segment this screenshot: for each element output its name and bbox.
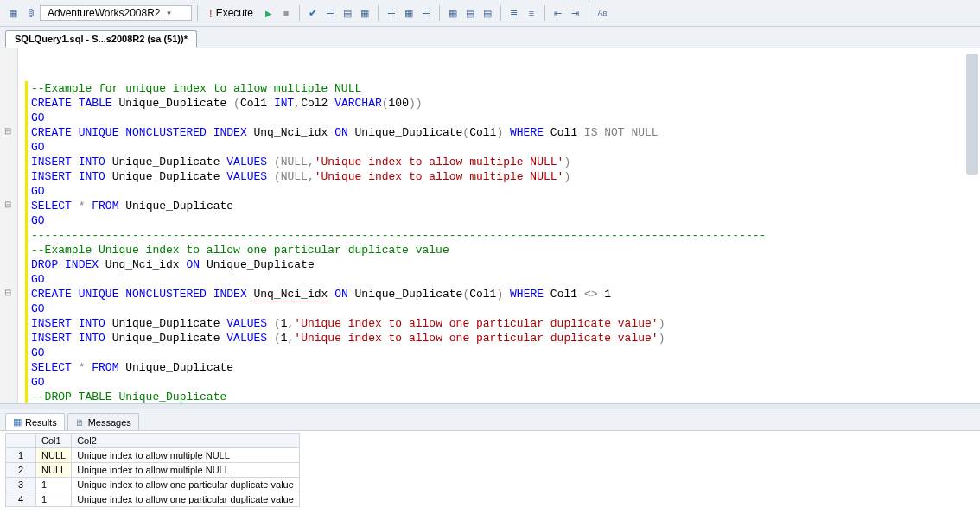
comment-icon[interactable]: ▤	[480, 5, 495, 21]
intellisense-icon[interactable]: ▦	[357, 5, 372, 21]
messages-tab-label: Messages	[88, 417, 131, 428]
outline-toggle[interactable]: ⊟	[3, 199, 13, 209]
sql-editor: ⊟⊟⊟ --Example for unique index to allow …	[0, 48, 980, 403]
code-area[interactable]: --Example for unique index to allow mult…	[18, 48, 980, 403]
cell-col1[interactable]: NULL	[36, 448, 72, 463]
client-stats-icon[interactable]: ▦	[401, 5, 417, 21]
execute-pin-icon: !	[209, 7, 213, 20]
uncomment-icon[interactable]: ≣	[506, 5, 522, 21]
table-row[interactable]: 41Unique index to allow one particular d…	[6, 492, 300, 507]
execute-button[interactable]: ! Execute	[203, 5, 259, 22]
main-toolbar: ▦ 🛢 AdventureWorks2008R2 ▼ ! Execute ▶ ■…	[0, 0, 980, 27]
database-selector[interactable]: AdventureWorks2008R2 ▼	[40, 5, 192, 21]
include-plan-icon[interactable]: ☵	[384, 5, 399, 21]
document-tab[interactable]: SQLQuery1.sql - S...s2008R2 (sa (51))*	[5, 30, 197, 48]
column-header[interactable]: Col1	[36, 434, 72, 448]
results-grid-icon[interactable]: ▦	[445, 5, 461, 21]
column-header[interactable]: Col2	[72, 434, 300, 448]
stop-icon[interactable]: ■	[278, 5, 294, 21]
row-number: 2	[6, 463, 36, 478]
results-tab[interactable]: ▦ Results	[5, 413, 65, 430]
document-tab-strip: SQLQuery1.sql - S...s2008R2 (sa (51))*	[0, 27, 980, 48]
code-content: --Example for unique index to allow mult…	[25, 81, 980, 403]
results-tab-strip: ▦ Results 🗎 Messages	[0, 409, 980, 431]
results-file-icon[interactable]: ▤	[462, 5, 478, 21]
table-row[interactable]: 31Unique index to allow one particular d…	[6, 478, 300, 492]
results-grid[interactable]: Col1Col21NULLUnique index to allow multi…	[5, 433, 300, 507]
chevron-down-icon: ▼	[166, 10, 173, 17]
row-number: 3	[6, 478, 36, 492]
grid-icon: ▦	[13, 416, 22, 428]
outline-toggle[interactable]: ⊟	[3, 287, 13, 297]
column-header[interactable]	[6, 434, 36, 448]
cell-col1[interactable]: NULL	[36, 463, 72, 478]
document-tab-title: SQLQuery1.sql - S...s2008R2 (sa (51))*	[15, 34, 188, 44]
cell-col2[interactable]: Unique index to allow multiple NULL	[72, 448, 300, 463]
parse-icon[interactable]: ✔	[305, 5, 321, 21]
table-row[interactable]: 1NULLUnique index to allow multiple NULL	[6, 448, 300, 463]
query-options-icon[interactable]: ▤	[340, 5, 355, 21]
cell-col2[interactable]: Unique index to allow one particular dup…	[72, 492, 300, 507]
increase-indent-icon[interactable]: ⇥	[568, 5, 583, 21]
cell-col1[interactable]: 1	[36, 478, 72, 492]
table-row[interactable]: 2NULLUnique index to allow multiple NULL	[6, 463, 300, 478]
cell-col2[interactable]: Unique index to allow one particular dup…	[72, 478, 300, 492]
change-connection-icon[interactable]: 🛢	[22, 5, 38, 21]
cell-col2[interactable]: Unique index to allow multiple NULL	[72, 463, 300, 478]
outline-toggle[interactable]: ⊟	[3, 125, 13, 136]
decrease-indent-icon[interactable]: ⇤	[550, 5, 566, 21]
database-name: AdventureWorks2008R2	[48, 7, 161, 19]
messages-icon: 🗎	[75, 417, 85, 428]
outline-gutter: ⊟⊟⊟	[0, 48, 18, 403]
messages-tab[interactable]: 🗎 Messages	[67, 413, 139, 430]
execute-label: Execute	[216, 7, 253, 19]
cell-col1[interactable]: 1	[36, 492, 72, 507]
toolbar-icon[interactable]: ▦	[5, 5, 21, 21]
estimated-plan-icon[interactable]: ☰	[322, 5, 338, 21]
results-splitter[interactable]	[0, 403, 980, 409]
debug-icon[interactable]: ▶	[261, 5, 277, 21]
indent-icon[interactable]: ≡	[524, 5, 539, 21]
results-tab-label: Results	[25, 417, 57, 428]
results-pane: ▦ Results 🗎 Messages Col1Col21NULLUnique…	[0, 409, 980, 507]
row-number: 1	[6, 448, 36, 463]
specify-values-icon[interactable]: AB	[595, 5, 610, 21]
results-text-icon[interactable]: ☰	[418, 5, 434, 21]
vertical-scrollbar[interactable]	[966, 54, 978, 175]
row-number: 4	[6, 492, 36, 507]
